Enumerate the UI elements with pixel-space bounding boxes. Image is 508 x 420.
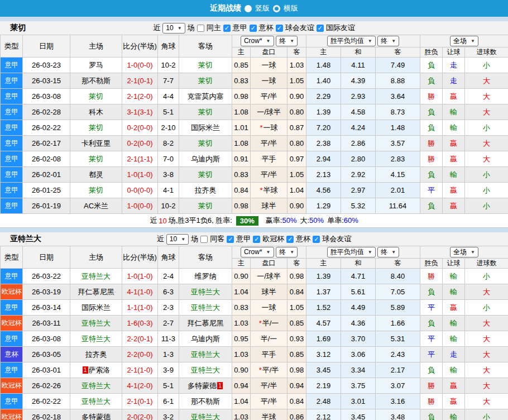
match-row: 意甲26-03-011萨索洛2-1(1-0)3-9亚特兰大0.90*平/半0.9…: [1, 362, 508, 378]
stat-value: 50%: [309, 216, 324, 225]
chevron-down-icon: ▼: [290, 37, 294, 45]
final-avg-select[interactable]: 终▼: [377, 36, 399, 46]
final-avg-select[interactable]: 终▼: [377, 247, 399, 257]
result-goals: 大: [465, 316, 508, 331]
handicap-line: 平/半: [251, 136, 287, 151]
section-bar-atalanta: 亚特兰大 近 10▼ 场 同客 意甲 欧冠杯 意杯 球会友谊: [0, 232, 508, 246]
away-odds: 0.85: [287, 316, 306, 331]
result-handicap: 輸: [443, 120, 465, 136]
result-handicap: 贏: [443, 378, 465, 394]
col-score: 比分(半场): [122, 246, 158, 269]
result-goals: 大: [465, 151, 508, 167]
match-date: 26-02-18: [23, 409, 70, 420]
league-label-2[interactable]: 球会友谊: [285, 23, 314, 33]
avg-draw-odds: 3.45: [341, 409, 376, 420]
league-label-3[interactable]: 国际友谊: [326, 23, 355, 33]
match-date: 26-03-08: [23, 331, 70, 347]
league-checkbox-2[interactable]: [286, 236, 294, 243]
changed-line-star: *: [259, 319, 262, 327]
match-date: 26-02-28: [23, 104, 70, 120]
away-odds: 0.97: [287, 151, 306, 167]
match-score: 1-0(1-0): [122, 167, 158, 183]
home-team: 拜仁慕尼黑: [70, 284, 122, 300]
home-odds: 0.83: [232, 300, 251, 316]
result-goals: 小: [465, 58, 508, 73]
avg-away-odds: 1.48: [376, 120, 420, 136]
stat-value: 60%: [344, 216, 358, 225]
horizontal-layout-label[interactable]: 横版: [284, 3, 298, 13]
result-wdl: 勝: [420, 136, 443, 151]
chevron-down-icon: ▼: [368, 37, 372, 45]
handicap-line: 平/半: [251, 167, 287, 183]
horizontal-layout-radio[interactable]: [273, 5, 280, 12]
league-checkbox-3[interactable]: [317, 25, 324, 32]
handicap-line: 平手: [251, 347, 287, 362]
final-odds-select[interactable]: 终▼: [276, 36, 298, 46]
scope-select[interactable]: 全场▼: [450, 247, 478, 257]
result-goals: 大: [465, 394, 508, 409]
avg-draw-odds: 3.70: [341, 331, 376, 347]
team-label: 莱切: [89, 123, 103, 132]
league-label-3[interactable]: 球会友谊: [322, 234, 351, 244]
match-count-select[interactable]: 10▼: [162, 23, 185, 34]
col-avg-away: 客: [376, 259, 420, 269]
match-score: 2-1(1-1): [122, 151, 158, 167]
scope-select[interactable]: 全场▼: [450, 36, 478, 46]
match-count-select[interactable]: 10▼: [166, 234, 189, 245]
match-date: 26-03-08: [23, 89, 70, 104]
corner-count: 2-4: [158, 269, 179, 284]
result-wdl: 負: [420, 58, 443, 73]
home-odds: 0.94: [232, 378, 251, 394]
avg-draw-odds: 4.39: [341, 73, 376, 89]
league-label-0[interactable]: 意甲: [233, 23, 247, 33]
section-divider: [0, 228, 508, 232]
league-checkbox-1[interactable]: [250, 25, 257, 32]
home-team: 罗马: [70, 58, 122, 73]
same-venue-label[interactable]: 同客: [210, 234, 224, 244]
red-card-badge: 1: [217, 382, 223, 389]
away-odds: 0.90: [287, 89, 306, 104]
league-checkbox-1[interactable]: [253, 236, 260, 243]
handicap-line: 半/一: [251, 331, 287, 347]
vertical-layout-radio[interactable]: [245, 5, 252, 12]
league-type-badge: 意甲: [1, 73, 23, 89]
home-odds: 0.98: [232, 89, 251, 104]
col-score: 比分(半场): [122, 35, 158, 58]
league-checkbox-3[interactable]: [313, 236, 320, 243]
league-checkbox-2[interactable]: [276, 25, 283, 32]
result-goals: 大: [465, 136, 508, 151]
vertical-layout-label[interactable]: 竖版: [255, 3, 270, 13]
final-odds-select[interactable]: 终▼: [276, 247, 298, 257]
handicap-line: 平/半: [251, 378, 287, 394]
same-venue-checkbox[interactable]: [197, 25, 204, 32]
avg-odds-select[interactable]: 胜平负均值▼: [327, 36, 376, 46]
result-wdl: 平: [420, 300, 443, 316]
league-label-0[interactable]: 意甲: [236, 234, 251, 244]
summary-count: 10: [159, 217, 166, 225]
stat-label: 赢率:: [266, 216, 282, 225]
league-checkbox-0[interactable]: [223, 25, 231, 32]
team-label: 莱切: [198, 202, 213, 210]
recent-results-table-atalanta: 类型 日期 主场 比分(半场) 角球 客场 Crow*▼ 终▼ 胜平负均值▼ 终…: [0, 246, 508, 420]
avg-away-odds: 2.83: [376, 151, 420, 167]
bookmaker-select[interactable]: Crow*▼: [241, 36, 274, 46]
bookmaker-select[interactable]: Crow*▼: [241, 247, 274, 257]
same-venue-checkbox[interactable]: [200, 236, 208, 243]
handicap-line: 一球: [251, 73, 287, 89]
league-label-1[interactable]: 欧冠杯: [262, 234, 284, 244]
match-date: 26-03-23: [23, 58, 70, 73]
league-checkbox-0[interactable]: [227, 236, 234, 243]
away-odds: 0.84: [287, 394, 306, 409]
avg-draw-odds: 5.32: [341, 198, 376, 214]
avg-odds-select[interactable]: 胜平负均值▼: [327, 247, 376, 257]
result-wdl: 平: [420, 347, 443, 362]
same-venue-label[interactable]: 同主: [207, 23, 221, 33]
home-odds: 1.01: [232, 120, 251, 136]
league-label-2[interactable]: 意杯: [296, 234, 310, 244]
team-label: 亚特兰大: [191, 413, 220, 420]
avg-draw-odds: 4.11: [341, 58, 376, 73]
result-goals: 小: [465, 167, 508, 183]
team-label: 亚特兰大: [82, 397, 111, 405]
match-score: 2-2(0-0): [122, 347, 158, 362]
league-label-1[interactable]: 意杯: [259, 23, 274, 33]
